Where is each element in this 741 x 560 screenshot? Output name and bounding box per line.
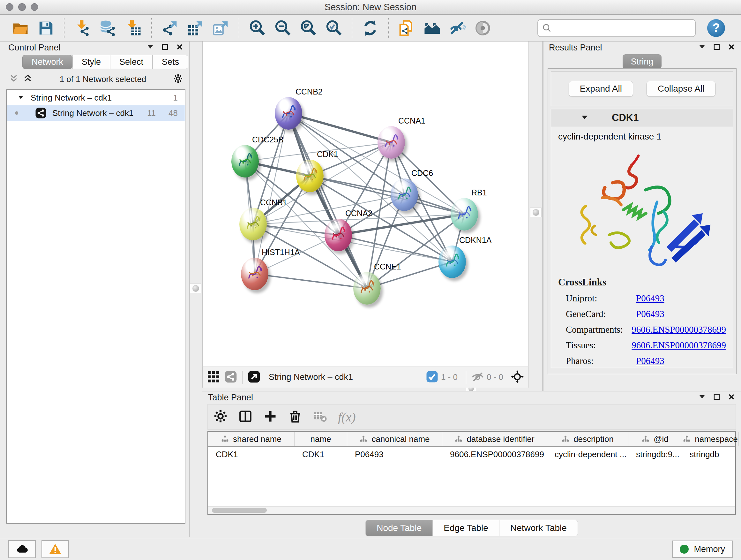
apply-preferred-layout-icon[interactable] bbox=[361, 19, 380, 37]
collapse-all-networks-icon[interactable] bbox=[9, 74, 18, 84]
column-header--id[interactable]: @id bbox=[628, 432, 682, 446]
column-header-shared-name[interactable]: shared name bbox=[208, 432, 294, 446]
grid-view-icon[interactable] bbox=[207, 370, 220, 384]
column-header-canonical-name[interactable]: canonical name bbox=[347, 432, 442, 446]
network-row-selected[interactable]: String Network – cdk1 1148 bbox=[7, 105, 185, 121]
table-cell[interactable]: CDK1 bbox=[294, 449, 347, 459]
table-cell[interactable]: P06493 bbox=[347, 449, 442, 459]
results-panel-menu-icon[interactable] bbox=[698, 43, 706, 52]
birdseye-crosshair-icon[interactable] bbox=[511, 370, 524, 384]
export-image-icon[interactable] bbox=[212, 19, 230, 37]
network-node-cdkn1a[interactable] bbox=[439, 246, 466, 278]
right-splitter-grip[interactable] bbox=[530, 207, 542, 217]
table-cell[interactable]: CDK1 bbox=[208, 449, 294, 459]
zoom-fit-content-icon[interactable] bbox=[299, 19, 318, 37]
table-panel-menu-icon[interactable] bbox=[698, 393, 706, 402]
hidden-eye-icon[interactable] bbox=[471, 370, 484, 384]
section-expander-icon[interactable] bbox=[581, 114, 589, 122]
cloud-status-button[interactable] bbox=[8, 540, 36, 558]
import-table-from-file-icon[interactable] bbox=[124, 19, 143, 37]
zoom-selected-icon[interactable] bbox=[325, 19, 343, 37]
network-node-ccne1[interactable] bbox=[353, 272, 381, 305]
scrollbar-thumb[interactable] bbox=[212, 508, 267, 513]
table-horizontal-scrollbar[interactable] bbox=[208, 506, 735, 514]
export-network-icon[interactable] bbox=[160, 19, 179, 37]
tab-sets[interactable]: Sets bbox=[152, 55, 188, 69]
results-panel-float-icon[interactable] bbox=[713, 43, 721, 52]
search-input[interactable] bbox=[555, 23, 691, 33]
expander-triangle-icon[interactable] bbox=[17, 94, 24, 101]
crosslink-link[interactable]: 9606.ENSP00000378699 bbox=[631, 340, 726, 351]
crosslink-link[interactable]: P06493 bbox=[636, 356, 664, 366]
tab-style[interactable]: Style bbox=[72, 55, 110, 69]
zoom-out-icon[interactable] bbox=[273, 19, 292, 37]
network-node-cdk1[interactable] bbox=[296, 160, 324, 192]
show-columns-icon[interactable] bbox=[239, 409, 253, 425]
network-node-rb1[interactable] bbox=[451, 198, 478, 231]
table-panel-close-icon[interactable] bbox=[728, 393, 735, 402]
new-network-from-selection-icon[interactable] bbox=[397, 19, 416, 37]
table-cell[interactable]: stringdb bbox=[682, 449, 739, 459]
table-settings-gear-icon[interactable] bbox=[213, 409, 227, 425]
tab-network-table[interactable]: Network Table bbox=[499, 520, 578, 536]
control-panel-menu-icon[interactable] bbox=[146, 43, 154, 52]
save-session-icon[interactable] bbox=[37, 19, 55, 37]
expand-all-networks-icon[interactable] bbox=[23, 74, 32, 84]
network-node-ccnb2[interactable] bbox=[275, 97, 302, 130]
column-header-name[interactable]: name bbox=[294, 432, 347, 446]
column-header-description[interactable]: description bbox=[547, 432, 628, 446]
results-panel-close-icon[interactable] bbox=[728, 43, 735, 52]
warnings-button[interactable] bbox=[42, 540, 69, 558]
hidden-counts: 0 - 0 bbox=[487, 372, 503, 382]
close-window-button[interactable] bbox=[6, 3, 13, 11]
selected-checkbox-icon[interactable] bbox=[426, 370, 439, 384]
collapse-all-button[interactable]: Collapse All bbox=[647, 81, 716, 97]
help-button[interactable]: ? bbox=[707, 19, 725, 37]
show-all-icon[interactable] bbox=[474, 19, 492, 37]
zoom-in-icon[interactable] bbox=[248, 19, 266, 37]
zoom-window-button[interactable] bbox=[30, 3, 38, 11]
network-node-ccna2[interactable] bbox=[325, 219, 352, 251]
open-file-icon[interactable] bbox=[11, 19, 30, 37]
network-node-cdc25b[interactable] bbox=[231, 145, 259, 178]
network-canvas[interactable]: CCNB2 CCNA1 CDC25B CDK1 CDC6 RB1 CCNB1 C… bbox=[202, 42, 529, 367]
crosslink-link[interactable]: 9606.ENSP00000378699 bbox=[631, 324, 726, 335]
column-header-database-identifier[interactable]: database identifier bbox=[442, 432, 547, 446]
tab-select[interactable]: Select bbox=[110, 55, 152, 69]
minimize-window-button[interactable] bbox=[18, 3, 26, 11]
gene-section-header[interactable]: CDK1 bbox=[551, 109, 733, 126]
expand-all-button[interactable]: Expand All bbox=[569, 81, 633, 97]
column-header-namespace[interactable]: namespace bbox=[682, 432, 739, 446]
network-node-ccna1[interactable] bbox=[378, 126, 405, 159]
control-panel-float-icon[interactable] bbox=[161, 43, 169, 52]
table-cell[interactable]: 9606.ENSP00000378699 bbox=[442, 449, 547, 459]
tab-node-table[interactable]: Node Table bbox=[366, 520, 433, 536]
network-collection-row[interactable]: String Network – cdk1 1 bbox=[7, 90, 185, 105]
network-options-gear-icon[interactable] bbox=[173, 74, 183, 84]
delete-column-trash-icon[interactable] bbox=[288, 409, 302, 425]
control-panel-close-icon[interactable] bbox=[176, 43, 184, 52]
import-network-from-database-icon[interactable] bbox=[98, 19, 117, 37]
network-node-ccnb1[interactable] bbox=[239, 208, 267, 240]
network-node-cdc6[interactable] bbox=[391, 179, 418, 211]
hide-selected-icon[interactable] bbox=[448, 19, 467, 37]
tab-edge-table[interactable]: Edge Table bbox=[433, 520, 499, 536]
tab-network[interactable]: Network bbox=[22, 55, 72, 69]
import-network-from-file-icon[interactable] bbox=[73, 19, 91, 37]
network-badge-icon[interactable] bbox=[224, 370, 237, 384]
tab-string[interactable]: String bbox=[623, 54, 662, 69]
open-in-new-window-icon[interactable] bbox=[248, 370, 260, 384]
crosslink-link[interactable]: P06493 bbox=[636, 309, 664, 319]
crosslink-link[interactable]: P06493 bbox=[636, 293, 664, 304]
left-splitter-grip[interactable] bbox=[190, 284, 201, 293]
table-row[interactable]: CDK1CDK1P064939606.ENSP00000378699cyclin… bbox=[208, 447, 735, 462]
first-neighbors-icon[interactable] bbox=[423, 19, 441, 37]
memory-button[interactable]: Memory bbox=[672, 541, 733, 558]
table-cell[interactable]: cyclin-dependent ... bbox=[547, 449, 628, 459]
add-column-icon[interactable] bbox=[263, 409, 277, 425]
export-table-icon[interactable] bbox=[186, 19, 205, 37]
search-box[interactable] bbox=[537, 19, 696, 37]
table-cell[interactable]: stringdb:9... bbox=[628, 449, 682, 459]
table-panel-float-icon[interactable] bbox=[713, 393, 721, 402]
network-node-hist1h1a[interactable] bbox=[241, 258, 268, 290]
